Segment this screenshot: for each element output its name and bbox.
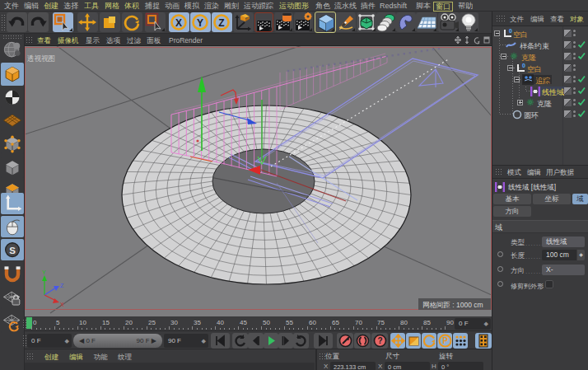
svg-text:0: 0: [509, 28, 512, 34]
svg-text:Z: Z: [218, 17, 224, 29]
svg-text:透视视图: 透视视图: [27, 54, 55, 63]
svg-text:Y: Y: [197, 17, 203, 29]
svg-text:X: X: [60, 302, 64, 307]
svg-text:网格间距 : 1000 cm: 网格间距 : 1000 cm: [422, 301, 483, 309]
svg-text:P: P: [442, 336, 448, 345]
svg-text:X: X: [175, 17, 182, 29]
svg-text:Z: Z: [60, 283, 64, 288]
svg-text:Y: Y: [42, 269, 46, 275]
svg-text:S: S: [9, 246, 16, 255]
svg-text:?: ?: [377, 336, 382, 345]
svg-text:0: 0: [522, 63, 525, 68]
